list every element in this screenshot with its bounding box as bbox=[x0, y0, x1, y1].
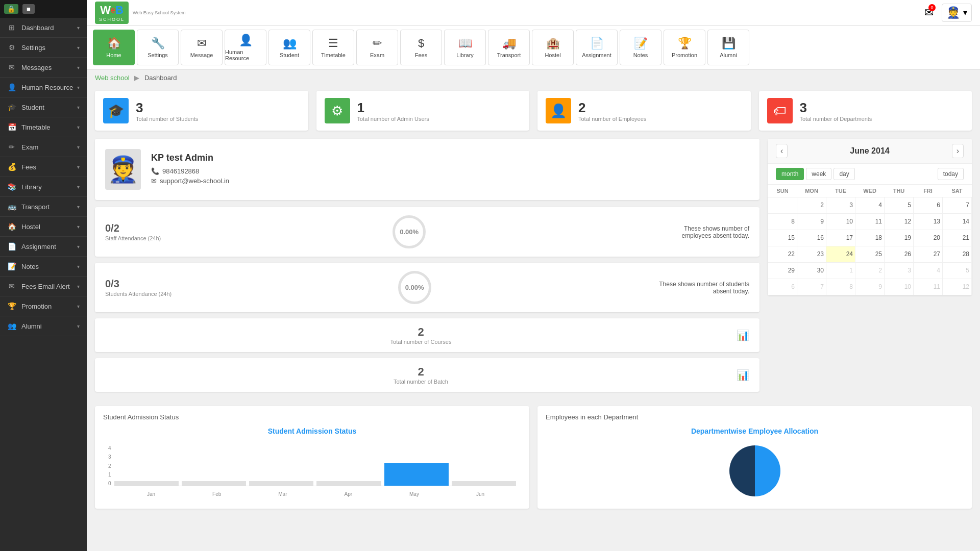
timetable-nav-icon: ☰ bbox=[328, 37, 338, 50]
cal-cell[interactable]: 30 bbox=[797, 263, 826, 279]
cal-cell[interactable]: 2 bbox=[797, 197, 826, 214]
cal-cell[interactable]: 12 bbox=[943, 279, 972, 295]
sidebar-item-dashboard[interactable]: ⊞ Dashboard ▾ bbox=[0, 18, 87, 38]
cal-cell[interactable]: 13 bbox=[914, 214, 943, 230]
calendar-day-button[interactable]: day bbox=[834, 168, 854, 180]
calendar-prev-button[interactable]: ‹ bbox=[776, 144, 788, 158]
cal-cell[interactable]: 4 bbox=[914, 263, 943, 279]
cal-cell[interactable]: 23 bbox=[797, 246, 826, 263]
cal-cell[interactable]: 10 bbox=[885, 279, 914, 295]
cal-cell[interactable]: 25 bbox=[855, 246, 885, 263]
nav-library-button[interactable]: 📖 Library bbox=[444, 30, 486, 65]
nav-student-button[interactable]: 👥 Student bbox=[268, 30, 310, 65]
topnav-right: ✉ 0 👮 ▾ bbox=[924, 4, 972, 22]
stat-admins-label: Total number of Admin Users bbox=[357, 116, 429, 122]
calendar-week-button[interactable]: week bbox=[806, 168, 831, 180]
sidebar-item-exam[interactable]: ✏ Exam ▾ bbox=[0, 137, 87, 157]
cal-cell[interactable]: 12 bbox=[885, 214, 914, 230]
nav-fees-button[interactable]: $ Fees bbox=[400, 30, 442, 65]
sidebar-item-hostel[interactable]: 🏠 Hostel ▾ bbox=[0, 217, 87, 237]
cal-cell[interactable]: 15 bbox=[768, 230, 797, 246]
sidebar-item-student[interactable]: 🎓 Student ▾ bbox=[0, 97, 87, 117]
stat-departments-label: Total number of Departments bbox=[800, 116, 872, 122]
sidebar-item-messages[interactable]: ✉ Messages ▾ bbox=[0, 58, 87, 78]
cal-cell[interactable]: 8 bbox=[826, 279, 855, 295]
cal-cell[interactable]: 20 bbox=[914, 230, 943, 246]
cal-cell[interactable]: 6 bbox=[768, 279, 797, 295]
cal-cell[interactable]: 3 bbox=[826, 197, 855, 214]
cal-cell-today[interactable]: 24 bbox=[826, 246, 855, 263]
chevron-down-icon: ▾ bbox=[77, 105, 80, 110]
stat-employees: 👤 2 Total number of Employees bbox=[537, 91, 751, 131]
nav-assignment-button[interactable]: 📄 Assignment bbox=[576, 30, 618, 65]
sidebar-item-promotion[interactable]: 🏆 Promotion ▾ bbox=[0, 296, 87, 316]
cal-cell[interactable]: 29 bbox=[768, 263, 797, 279]
sidebar-item-transport[interactable]: 🚌 Transport ▾ bbox=[0, 197, 87, 217]
cal-cell[interactable]: 16 bbox=[797, 230, 826, 246]
user-menu-button[interactable]: 👮 ▾ bbox=[942, 4, 972, 22]
cal-cell[interactable] bbox=[768, 197, 797, 214]
cal-cell[interactable]: 10 bbox=[826, 214, 855, 230]
cal-cell[interactable]: 26 bbox=[885, 246, 914, 263]
cal-cell[interactable]: 7 bbox=[797, 279, 826, 295]
sidebar-item-fees[interactable]: 💰 Fees ▾ bbox=[0, 157, 87, 177]
cal-cell[interactable]: 17 bbox=[826, 230, 855, 246]
cal-cell[interactable]: 18 bbox=[855, 230, 885, 246]
messages-icon: ✉ bbox=[7, 63, 16, 72]
cal-cell[interactable]: 3 bbox=[885, 263, 914, 279]
cal-cell[interactable]: 21 bbox=[943, 230, 972, 246]
logo: W e B SCHOOL Web Easy School System bbox=[95, 2, 185, 24]
nav-exam-button[interactable]: ✏ Exam bbox=[356, 30, 398, 65]
nav-promotion-button[interactable]: 🏆 Promotion bbox=[664, 30, 705, 65]
nav-transport-label: Transport bbox=[497, 52, 521, 58]
nav-message-button[interactable]: ✉ Message bbox=[181, 30, 223, 65]
cal-cell[interactable]: 4 bbox=[855, 197, 885, 214]
nav-settings-button[interactable]: 🔧 Settings bbox=[137, 30, 179, 65]
cal-cell[interactable]: 14 bbox=[943, 214, 972, 230]
cal-cell[interactable]: 28 bbox=[943, 246, 972, 263]
sidebar-item-hr[interactable]: 👤 Human Resource ▾ bbox=[0, 78, 87, 97]
sidebar-item-settings[interactable]: ⚙ Settings ▾ bbox=[0, 38, 87, 58]
calendar-month: June 2014 bbox=[850, 146, 889, 156]
cal-cell[interactable]: 2 bbox=[855, 263, 885, 279]
sidebar-item-assignment[interactable]: 📄 Assignment ▾ bbox=[0, 237, 87, 257]
cal-sun: SUN bbox=[768, 185, 797, 197]
cal-cell[interactable]: 7 bbox=[943, 197, 972, 214]
cal-cell[interactable]: 27 bbox=[914, 246, 943, 263]
nav-alumni-button[interactable]: 💾 Alumni bbox=[707, 30, 749, 65]
sidebar-item-library[interactable]: 📚 Library ▾ bbox=[0, 177, 87, 197]
icon-nav: 🏠 Home 🔧 Settings ✉ Message 👤 Human Reso… bbox=[87, 26, 980, 70]
breadcrumb-separator: ▶ bbox=[134, 74, 139, 82]
nav-hostel-button[interactable]: 🏨 Hostel bbox=[532, 30, 574, 65]
chevron-down-icon: ▾ bbox=[77, 85, 80, 90]
calendar-today-button[interactable]: today bbox=[938, 168, 964, 180]
sidebar-item-timetable[interactable]: 📅 Timetable ▾ bbox=[0, 117, 87, 137]
nav-timetable-button[interactable]: ☰ Timetable bbox=[312, 30, 354, 65]
nav-exam-label: Exam bbox=[370, 52, 384, 58]
cal-cell[interactable]: 11 bbox=[914, 279, 943, 295]
cal-cell[interactable]: 1 bbox=[826, 263, 855, 279]
cal-cell[interactable]: 8 bbox=[768, 214, 797, 230]
cal-cell[interactable]: 9 bbox=[797, 214, 826, 230]
nav-home-button[interactable]: 🏠 Home bbox=[93, 30, 135, 65]
cal-cell[interactable]: 9 bbox=[855, 279, 885, 295]
sidebar-item-notes[interactable]: 📝 Notes ▾ bbox=[0, 257, 87, 277]
calendar-week-2: 8 9 10 11 12 13 14 bbox=[768, 214, 972, 230]
calendar-next-button[interactable]: › bbox=[952, 144, 964, 158]
cal-cell[interactable]: 19 bbox=[885, 230, 914, 246]
calendar-month-button[interactable]: month bbox=[776, 168, 804, 180]
nav-hr-label: Human Resource bbox=[225, 49, 266, 61]
cal-cell[interactable]: 5 bbox=[885, 197, 914, 214]
cal-cell[interactable]: 11 bbox=[855, 214, 885, 230]
notification-button[interactable]: ✉ 0 bbox=[924, 6, 934, 19]
breadcrumb-link[interactable]: Web school bbox=[95, 74, 130, 82]
sidebar-item-fees-email[interactable]: ✉ Fees Email Alert ▾ bbox=[0, 277, 87, 296]
sidebar-header: 🔒 ■ bbox=[0, 0, 87, 18]
sidebar-item-alumni[interactable]: 👥 Alumni ▾ bbox=[0, 316, 87, 336]
nav-notes-button[interactable]: 📝 Notes bbox=[620, 30, 662, 65]
cal-cell[interactable]: 6 bbox=[914, 197, 943, 214]
nav-transport-button[interactable]: 🚚 Transport bbox=[488, 30, 530, 65]
cal-cell[interactable]: 22 bbox=[768, 246, 797, 263]
cal-cell[interactable]: 5 bbox=[943, 263, 972, 279]
nav-hr-button[interactable]: 👤 Human Resource bbox=[225, 30, 266, 65]
